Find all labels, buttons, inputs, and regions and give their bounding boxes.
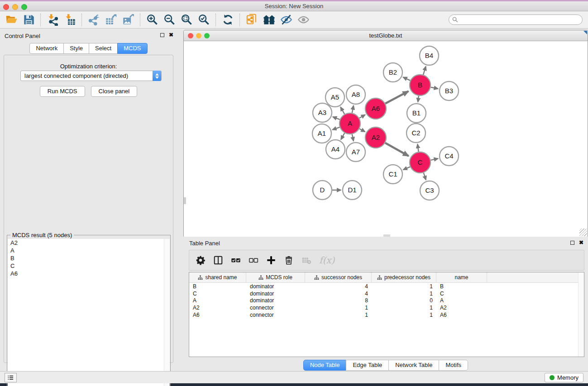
network-window-titlebar[interactable]: testGlobe.txt — [184, 30, 588, 41]
edge-B-B3[interactable] — [431, 87, 438, 89]
tab-mcds[interactable]: MCDS — [117, 43, 147, 54]
zoom-in-button[interactable] — [143, 13, 161, 27]
tab-network-table[interactable]: Network Table — [388, 360, 439, 371]
run-mcds-button[interactable]: Run MCDS — [40, 86, 85, 97]
graph-node-C2[interactable]: C2 — [406, 124, 425, 143]
graph-node-B4[interactable]: B4 — [420, 46, 439, 65]
canvas-vertical-scroll-thumb[interactable] — [184, 197, 186, 204]
edge-C-C1[interactable] — [403, 167, 410, 170]
column-header-name[interactable]: name — [436, 272, 487, 282]
column-header-predecessor-nodes[interactable]: predecessor nodes — [372, 272, 436, 282]
hide-selected-button[interactable] — [277, 13, 295, 27]
zoom-fit-button[interactable] — [178, 13, 195, 27]
edge-A6-B[interactable] — [385, 91, 408, 104]
edge-B-B1[interactable] — [418, 96, 419, 102]
graph-node-B3[interactable]: B3 — [440, 81, 459, 100]
close-table-panel-icon[interactable]: ✖ — [579, 240, 583, 245]
add-column-button[interactable] — [263, 253, 279, 268]
export-table-button[interactable] — [102, 13, 120, 27]
column-header-shared-name[interactable]: shared name — [189, 272, 246, 282]
graph-node-D[interactable]: D — [313, 181, 332, 200]
result-list-item[interactable]: B — [8, 254, 164, 262]
edge-A2-C[interactable] — [385, 143, 409, 156]
result-list-scrollbar[interactable] — [164, 239, 170, 386]
table-row[interactable]: Cdominator41C — [189, 290, 584, 297]
edge-C-C4[interactable] — [430, 158, 438, 160]
table-row[interactable]: Bdominator41B — [189, 283, 584, 290]
graph-node-D1[interactable]: D1 — [343, 181, 362, 200]
float-panel-icon[interactable] — [160, 33, 164, 37]
result-list-item[interactable]: A6 — [8, 270, 164, 277]
edge-A-A2[interactable] — [359, 129, 365, 132]
edge-B-B4[interactable] — [423, 67, 426, 75]
tab-select[interactable]: Select — [89, 43, 118, 54]
new-network-from-selection-button[interactable] — [243, 13, 260, 27]
graph-node-C3[interactable]: C3 — [420, 181, 439, 200]
graph-node-A2[interactable]: A2 — [365, 127, 386, 148]
graph-node-A4[interactable]: A4 — [326, 140, 345, 159]
float-table-panel-icon[interactable] — [570, 241, 574, 245]
refresh-button[interactable] — [219, 13, 236, 27]
tab-node-table[interactable]: Node Table — [303, 360, 347, 371]
edge-A-A1[interactable] — [333, 127, 340, 130]
window-resize-grip[interactable] — [579, 229, 587, 236]
result-list-item[interactable]: C — [8, 262, 164, 270]
import-table-button[interactable] — [61, 13, 78, 27]
edge-A-A3[interactable] — [333, 117, 339, 119]
graph-node-B2[interactable]: B2 — [383, 63, 402, 82]
graph-node-C1[interactable]: C1 — [383, 165, 402, 184]
network-canvas[interactable]: B4B2BB3A8A5A6A3B1AC2A1A2A4A7C4CC1DD1C3 — [184, 41, 588, 237]
table-row[interactable]: A2connector11A2 — [189, 304, 584, 311]
table-row[interactable]: Adominator80A — [189, 297, 584, 305]
graph-node-A7[interactable]: A7 — [346, 143, 365, 162]
graph-node-A8[interactable]: A8 — [346, 85, 365, 104]
column-header-successor-nodes[interactable]: successor nodes — [305, 272, 372, 282]
result-list-item[interactable]: A2 — [8, 239, 164, 247]
graph-node-A5[interactable]: A5 — [325, 88, 344, 107]
search-input[interactable] — [449, 14, 583, 25]
graph-node-A6[interactable]: A6 — [365, 98, 386, 119]
graph-node-C[interactable]: C — [410, 152, 430, 173]
export-network-button[interactable] — [85, 13, 102, 27]
zoom-selected-button[interactable] — [195, 13, 212, 27]
open-file-button[interactable] — [3, 13, 20, 27]
table-settings-button[interactable] — [193, 253, 208, 268]
graph-node-C4[interactable]: C4 — [440, 147, 459, 166]
close-panel-button[interactable]: Close panel — [91, 86, 138, 97]
edge-A-A8[interactable] — [352, 105, 354, 113]
tab-edge-table[interactable]: Edge Table — [346, 360, 389, 371]
table-scrollbar[interactable] — [578, 272, 584, 357]
graph-node-A3[interactable]: A3 — [313, 103, 332, 122]
result-list-item[interactable]: A — [8, 247, 164, 254]
column-visibility-button[interactable] — [210, 253, 226, 268]
column-header-MCDS-role[interactable]: MCDS role — [246, 272, 305, 282]
select-checks-button[interactable] — [228, 253, 244, 268]
save-session-button[interactable] — [20, 13, 37, 27]
memory-button[interactable]: Memory — [545, 373, 583, 382]
close-panel-icon[interactable]: ✖ — [169, 33, 173, 37]
tab-style[interactable]: Style — [63, 43, 89, 54]
zoom-out-button[interactable] — [161, 13, 178, 27]
home-views-button[interactable] — [260, 13, 277, 27]
export-image-button[interactable] — [120, 13, 137, 27]
edge-A-A5[interactable] — [340, 107, 344, 114]
show-all-button[interactable] — [295, 13, 312, 27]
table-row[interactable]: A6connector11A6 — [189, 311, 584, 319]
import-network-button[interactable] — [44, 13, 61, 27]
edge-C-C2[interactable] — [417, 144, 418, 152]
edge-A-A4[interactable] — [341, 133, 344, 139]
criterion-dropdown[interactable]: largest connected component (directed) — [20, 71, 162, 81]
graph-node-B1[interactable]: B1 — [407, 104, 426, 123]
edge-A-A7[interactable] — [352, 134, 354, 141]
tab-motifs[interactable]: Motifs — [439, 360, 468, 371]
edge-B-B2[interactable] — [403, 77, 411, 81]
clear-checks-button[interactable] — [246, 253, 261, 268]
graph-node-A[interactable]: A — [339, 113, 360, 134]
task-history-button[interactable] — [5, 373, 17, 382]
tab-network[interactable]: Network — [29, 43, 64, 54]
graph-node-B[interactable]: B — [410, 75, 430, 95]
edge-C-C3[interactable] — [424, 173, 426, 180]
graph-node-A1[interactable]: A1 — [312, 124, 331, 143]
delete-column-button[interactable] — [281, 253, 296, 268]
edge-A-A6[interactable] — [359, 115, 365, 118]
